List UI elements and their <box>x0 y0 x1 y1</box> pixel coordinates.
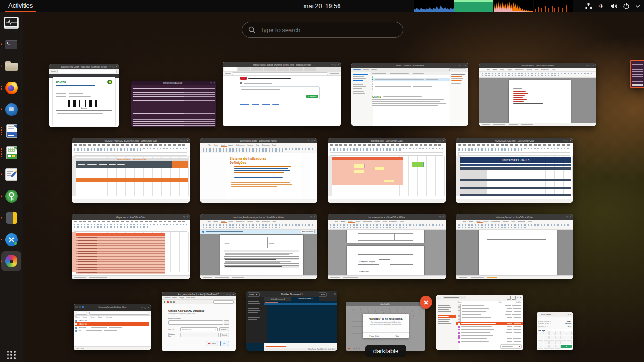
edit-document-button[interactable]: Edit Document <box>300 230 315 233</box>
ribbon-tabs[interactable]: File Home Insert Layout References Revie… <box>456 220 573 223</box>
ribbon-tabs[interactable]: File Home Insert Layout References Revie… <box>328 220 446 223</box>
window-title: contratação de serviços.docx - LibreOffi… <box>233 216 284 219</box>
window-terminal[interactable]: gustavo@NB0026: ~ –▢✕ <box>131 81 216 127</box>
remmina-search[interactable] <box>89 312 149 315</box>
connection-row[interactable]: srv <box>75 329 149 332</box>
message-list[interactable] <box>370 72 452 94</box>
terminal-icon: >_ <box>5 40 17 49</box>
equals-key[interactable]: = <box>561 345 572 348</box>
dock-item-files[interactable] <box>0 55 23 77</box>
dock-item-x-app[interactable] <box>0 229 23 250</box>
comment-button[interactable]: Comment <box>306 95 318 98</box>
activities-button[interactable]: Activities <box>5 0 36 12</box>
window-firefox-github[interactable]: Maintenance dialog showing wrong info - … <box>223 62 341 126</box>
keepass-search[interactable] <box>213 300 234 304</box>
ok-button[interactable]: OK <box>220 341 229 346</box>
dock-item-libreoffice-writer[interactable] <box>0 120 23 142</box>
libreoffice-calc-icon <box>6 146 17 159</box>
window-thunderbird[interactable]: Inbox - Mozilla Thunderbird –▢✕ CAU/RJ <box>351 63 468 126</box>
dock-item-text-editor[interactable] <box>0 164 23 185</box>
dock-item-libreoffice-calc[interactable] <box>0 142 23 164</box>
info-icon <box>202 231 204 233</box>
window-calc-indicadores[interactable]: INDICADORES.xlsx - LibreOffice Calc –▢✕ … <box>456 138 573 203</box>
window-writer-branco[interactable]: informações.odt - LibreOffice Writer –▢✕… <box>456 214 573 279</box>
refresh-button[interactable]: Refresh <box>220 333 229 337</box>
sidebar-item-selected[interactable] <box>438 315 456 318</box>
cau-logo: CAU/RJ <box>56 81 66 83</box>
connection-row-selected[interactable]: CAU/RJ 10 <box>75 322 149 326</box>
menubar[interactable]: Database Entries Groups Tools Help <box>164 297 195 299</box>
search-bar[interactable] <box>242 22 403 38</box>
keypad[interactable]: = <box>538 331 572 349</box>
password-input[interactable] <box>168 320 223 325</box>
connection-row[interactable]: CAU/RJ 14 <box>75 319 149 322</box>
ribbon-tabs[interactable]: File Home Insert Layout References Revie… <box>200 220 317 223</box>
dock-item-thunderbird[interactable]: ✉ <box>0 99 23 120</box>
system-status-area[interactable]: ✈ <box>585 0 640 12</box>
avatar <box>240 82 242 84</box>
window-calc-produtividade[interactable]: PRODUTIVIDADE_SEMANA.xlsx - LibreOffice … <box>72 138 190 203</box>
close-icon: ✕ <box>423 299 429 306</box>
open-button[interactable]: Open <box>248 292 260 297</box>
keyfile-select[interactable]: Select key file... <box>180 327 218 331</box>
search-input[interactable] <box>259 26 379 34</box>
window-writer-styles[interactable]: anexo.docx - LibreOffice Writer –▢✕ File… <box>479 63 596 126</box>
show-password-button[interactable] <box>224 320 229 325</box>
close-window-button[interactable]: ✕ <box>420 296 432 309</box>
window-calc-mapa[interactable]: Mapa.xlsx - LibreOffice Calc –▢✕ <box>72 214 190 279</box>
dock-item-keepassxc[interactable] <box>0 185 23 207</box>
clock[interactable]: mai 20 19:56 <box>304 0 341 12</box>
column-header[interactable]: Name <box>458 301 462 303</box>
tab-bar[interactable]: Untitled Document 1 *Untitled Document 1 <box>264 297 337 301</box>
window-calculator[interactable]: Basic Mode –✕ 0,0943 + 94,90 = 8,9491 0,… <box>537 312 573 350</box>
window-controls: –▢✕ <box>308 138 316 143</box>
window-edge-clipped[interactable] <box>630 60 644 88</box>
file-list[interactable]: Name Size Modified <box>456 301 523 350</box>
status-text: Total 4 items <box>76 348 84 350</box>
sheet-banner: PRODUTIVIDADE - CAROLINA DAGER <box>117 159 146 161</box>
window-darktable[interactable]: darktable ✕ “darktable” is not respondin… <box>346 302 425 351</box>
show-applications-button[interactable] <box>0 351 23 359</box>
wait-button[interactable]: Wait <box>386 333 409 338</box>
mode-selector[interactable]: Basic Mode <box>541 313 551 316</box>
tab-strip[interactable] <box>223 67 341 72</box>
connection-row[interactable]: datacenter <box>75 326 149 329</box>
path-bar[interactable] <box>443 296 466 299</box>
list-columns: Name Group Server Plugin Last used <box>75 316 112 318</box>
today-pane[interactable] <box>450 72 468 126</box>
hardware-key-select[interactable] <box>180 333 219 337</box>
files-icon <box>5 61 18 71</box>
dock-item-firefox[interactable] <box>0 77 23 99</box>
window-calc-amarela[interactable]: planilha.xlsx - LibreOffice Calc –▢✕ <box>328 138 446 203</box>
window-keepassxc[interactable]: ksc_senpri.kdbx [Locked] - KeePassXC –▢✕… <box>162 292 236 351</box>
dock-item-terminal[interactable]: >_ <box>0 33 23 55</box>
memory-usage-graph <box>454 0 493 12</box>
editor-area[interactable] <box>264 301 337 343</box>
ribbon-tabs[interactable]: File Home Insert Layout References Revie… <box>200 143 317 147</box>
search-strip[interactable] <box>264 343 337 348</box>
window-files[interactable]: ‹› –✕ Name Size Modified <box>436 295 523 350</box>
window-gedit[interactable]: Open *Untitled Document 1 Save ✕ Untitle… <box>246 291 337 351</box>
window-writer-tabela[interactable]: documento.docx - LibreOffice Writer –▢✕ … <box>328 214 446 279</box>
save-button[interactable]: Save <box>319 292 327 297</box>
window-firefox-pdf[interactable]: Documento Criar Processo - Mozilla Firef… <box>49 64 119 127</box>
dock-item-darktable[interactable] <box>0 250 23 272</box>
dock-item-system-monitor[interactable] <box>0 12 23 33</box>
browse-button[interactable]: Browse... <box>219 327 229 331</box>
ribbon-tabs-label: File Home Insert Layout References Revie… <box>463 221 532 222</box>
cancel-button[interactable]: Cancel <box>206 341 218 346</box>
column-header[interactable]: Size <box>499 301 502 303</box>
window-title: Maintenance dialog showing wrong info - … <box>253 63 311 66</box>
window-controls: –▢✕ <box>226 292 234 296</box>
firefox-icon <box>5 82 18 94</box>
column-header[interactable]: Modified <box>516 301 521 303</box>
force-quit-button[interactable]: Force Quit <box>363 333 386 338</box>
window-title: Remmina Remote Desktop Client <box>99 306 126 308</box>
keyfile-label: Key File: <box>168 329 179 330</box>
volume-icon <box>610 3 617 9</box>
window-writer-form[interactable]: contratação de serviços.docx - LibreOffi… <box>200 214 317 279</box>
window-remmina[interactable]: Remmina Remote Desktop Client –▢✕ Name G… <box>74 304 151 350</box>
dock-item-calculator[interactable]: + − = <box>0 207 23 229</box>
window-writer-definicoes[interactable]: Definições.docx - LibreOffice Writer –▢✕… <box>200 138 317 203</box>
ribbon-tabs[interactable]: File Home Insert Layout References Revie… <box>479 68 596 72</box>
